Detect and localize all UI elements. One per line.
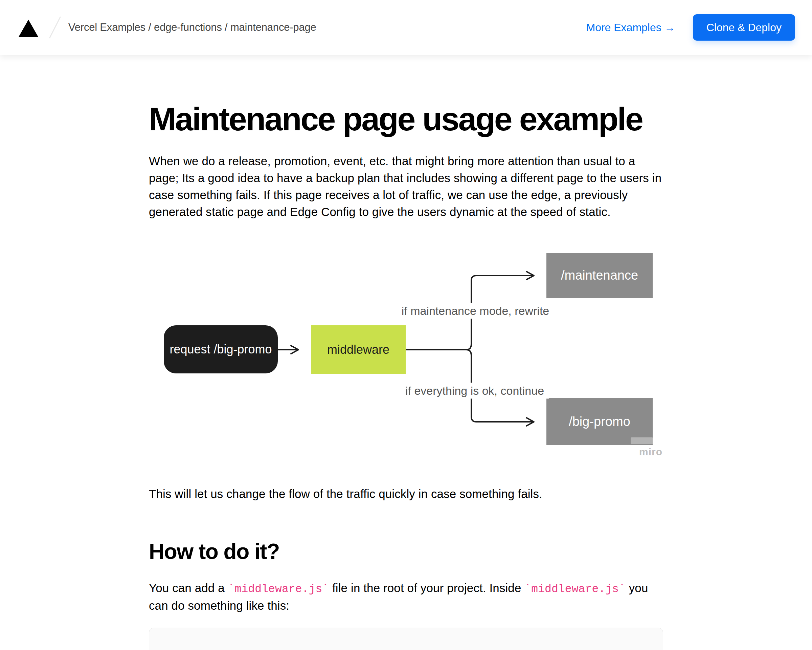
- flow-diagram: request /big-promo middleware /maintenan…: [149, 239, 663, 462]
- more-examples-link[interactable]: More Examples →: [586, 21, 675, 34]
- edge-label-continue: if everything is ok, continue: [401, 383, 549, 399]
- how-text-before: You can add a: [149, 581, 228, 595]
- code-line: import { NextRequest, NextResponse } fro…: [176, 648, 663, 650]
- slash-divider: [49, 16, 61, 38]
- intro-paragraph: When we do a release, promotion, event, …: [149, 153, 663, 220]
- main-content: Maintenance page usage example When we d…: [149, 55, 663, 650]
- diagram-node-maintenance: /maintenance: [546, 253, 653, 298]
- diagram-node-middleware: middleware: [311, 325, 406, 374]
- how-to-heading: How to do it?: [149, 539, 663, 564]
- diagram-node-request: request /big-promo: [164, 325, 278, 373]
- after-diagram-paragraph: This will let us change the flow of the …: [149, 485, 663, 502]
- code-block[interactable]: import { NextRequest, NextResponse } fro…: [149, 628, 663, 650]
- header-actions: More Examples → Clone & Deploy: [586, 14, 795, 41]
- how-text-middle: file in the root of your project. Inside: [329, 581, 524, 595]
- edge-label-rewrite: if maintenance mode, rewrite: [397, 303, 554, 319]
- breadcrumb: Vercel Examples / edge-functions / maint…: [68, 21, 316, 34]
- clone-deploy-button[interactable]: Clone & Deploy: [693, 14, 795, 41]
- inline-code-middleware-1: `middleware.js`: [228, 583, 329, 595]
- miro-logo-plate: [630, 437, 653, 444]
- inline-code-middleware-2: `middleware.js`: [524, 583, 626, 595]
- site-header: Vercel Examples / edge-functions / maint…: [0, 0, 812, 55]
- miro-watermark: miro: [639, 446, 662, 458]
- how-to-paragraph: You can add a `middleware.js` file in th…: [149, 580, 663, 614]
- vercel-logo-icon[interactable]: [18, 20, 38, 37]
- page-title: Maintenance page usage example: [149, 102, 663, 136]
